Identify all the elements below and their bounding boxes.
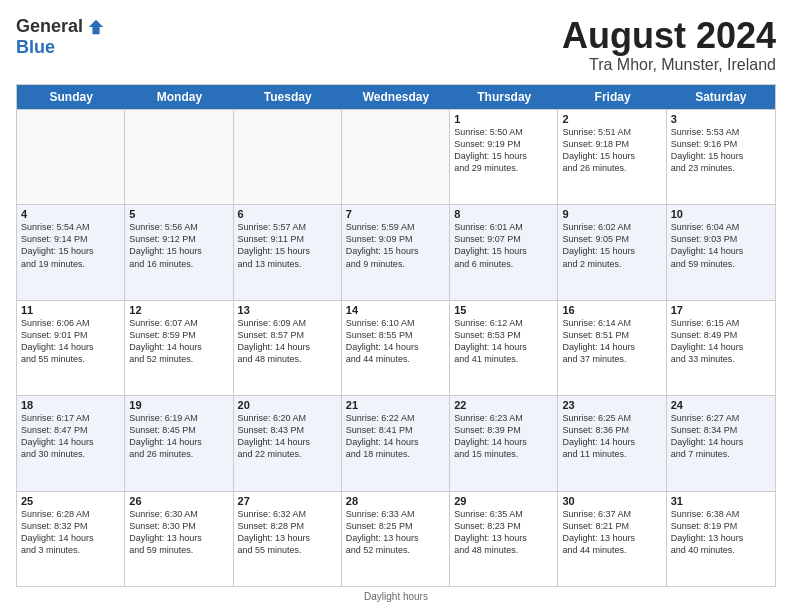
- day-number: 7: [346, 208, 445, 220]
- footer-note: Daylight hours: [16, 591, 776, 602]
- cal-cell: 15Sunrise: 6:12 AM Sunset: 8:53 PM Dayli…: [450, 301, 558, 395]
- day-info: Sunrise: 5:51 AM Sunset: 9:18 PM Dayligh…: [562, 126, 661, 175]
- cal-cell: 23Sunrise: 6:25 AM Sunset: 8:36 PM Dayli…: [558, 396, 666, 490]
- day-info: Sunrise: 6:10 AM Sunset: 8:55 PM Dayligh…: [346, 317, 445, 366]
- cal-cell: 16Sunrise: 6:14 AM Sunset: 8:51 PM Dayli…: [558, 301, 666, 395]
- day-info: Sunrise: 6:35 AM Sunset: 8:23 PM Dayligh…: [454, 508, 553, 557]
- cal-row-2: 11Sunrise: 6:06 AM Sunset: 9:01 PM Dayli…: [17, 300, 775, 395]
- calendar: SundayMondayTuesdayWednesdayThursdayFrid…: [16, 84, 776, 587]
- day-info: Sunrise: 6:09 AM Sunset: 8:57 PM Dayligh…: [238, 317, 337, 366]
- day-number: 21: [346, 399, 445, 411]
- day-number: 5: [129, 208, 228, 220]
- logo: General Blue: [16, 16, 105, 58]
- cal-cell: 14Sunrise: 6:10 AM Sunset: 8:55 PM Dayli…: [342, 301, 450, 395]
- cal-cell: [342, 110, 450, 204]
- cal-cell: 24Sunrise: 6:27 AM Sunset: 8:34 PM Dayli…: [667, 396, 775, 490]
- cal-cell: 12Sunrise: 6:07 AM Sunset: 8:59 PM Dayli…: [125, 301, 233, 395]
- day-info: Sunrise: 6:01 AM Sunset: 9:07 PM Dayligh…: [454, 221, 553, 270]
- day-info: Sunrise: 5:50 AM Sunset: 9:19 PM Dayligh…: [454, 126, 553, 175]
- day-info: Sunrise: 5:54 AM Sunset: 9:14 PM Dayligh…: [21, 221, 120, 270]
- svg-marker-0: [89, 19, 103, 33]
- cal-row-0: 1Sunrise: 5:50 AM Sunset: 9:19 PM Daylig…: [17, 109, 775, 204]
- day-number: 14: [346, 304, 445, 316]
- day-number: 25: [21, 495, 120, 507]
- day-info: Sunrise: 6:22 AM Sunset: 8:41 PM Dayligh…: [346, 412, 445, 461]
- calendar-header: SundayMondayTuesdayWednesdayThursdayFrid…: [17, 85, 775, 109]
- day-number: 8: [454, 208, 553, 220]
- day-info: Sunrise: 5:53 AM Sunset: 9:16 PM Dayligh…: [671, 126, 771, 175]
- day-info: Sunrise: 6:19 AM Sunset: 8:45 PM Dayligh…: [129, 412, 228, 461]
- cal-cell: 4Sunrise: 5:54 AM Sunset: 9:14 PM Daylig…: [17, 205, 125, 299]
- cal-cell: 26Sunrise: 6:30 AM Sunset: 8:30 PM Dayli…: [125, 492, 233, 586]
- day-info: Sunrise: 6:37 AM Sunset: 8:21 PM Dayligh…: [562, 508, 661, 557]
- cal-cell: 10Sunrise: 6:04 AM Sunset: 9:03 PM Dayli…: [667, 205, 775, 299]
- day-number: 23: [562, 399, 661, 411]
- day-info: Sunrise: 5:56 AM Sunset: 9:12 PM Dayligh…: [129, 221, 228, 270]
- day-info: Sunrise: 6:28 AM Sunset: 8:32 PM Dayligh…: [21, 508, 120, 557]
- cal-cell: 5Sunrise: 5:56 AM Sunset: 9:12 PM Daylig…: [125, 205, 233, 299]
- cal-cell: 9Sunrise: 6:02 AM Sunset: 9:05 PM Daylig…: [558, 205, 666, 299]
- header-day-friday: Friday: [558, 85, 666, 109]
- day-number: 1: [454, 113, 553, 125]
- day-info: Sunrise: 6:32 AM Sunset: 8:28 PM Dayligh…: [238, 508, 337, 557]
- cal-cell: 7Sunrise: 5:59 AM Sunset: 9:09 PM Daylig…: [342, 205, 450, 299]
- cal-cell: 18Sunrise: 6:17 AM Sunset: 8:47 PM Dayli…: [17, 396, 125, 490]
- day-info: Sunrise: 5:59 AM Sunset: 9:09 PM Dayligh…: [346, 221, 445, 270]
- day-info: Sunrise: 6:30 AM Sunset: 8:30 PM Dayligh…: [129, 508, 228, 557]
- cal-cell: [234, 110, 342, 204]
- month-title: August 2024: [562, 16, 776, 56]
- day-info: Sunrise: 6:06 AM Sunset: 9:01 PM Dayligh…: [21, 317, 120, 366]
- page: General Blue August 2024 Tra Mhor, Munst…: [0, 0, 792, 612]
- cal-cell: 2Sunrise: 5:51 AM Sunset: 9:18 PM Daylig…: [558, 110, 666, 204]
- day-number: 28: [346, 495, 445, 507]
- cal-cell: 13Sunrise: 6:09 AM Sunset: 8:57 PM Dayli…: [234, 301, 342, 395]
- day-number: 30: [562, 495, 661, 507]
- cal-cell: 3Sunrise: 5:53 AM Sunset: 9:16 PM Daylig…: [667, 110, 775, 204]
- day-info: Sunrise: 6:23 AM Sunset: 8:39 PM Dayligh…: [454, 412, 553, 461]
- cal-cell: 11Sunrise: 6:06 AM Sunset: 9:01 PM Dayli…: [17, 301, 125, 395]
- cal-cell: 31Sunrise: 6:38 AM Sunset: 8:19 PM Dayli…: [667, 492, 775, 586]
- cal-cell: 28Sunrise: 6:33 AM Sunset: 8:25 PM Dayli…: [342, 492, 450, 586]
- day-info: Sunrise: 6:33 AM Sunset: 8:25 PM Dayligh…: [346, 508, 445, 557]
- logo-blue-text: Blue: [16, 37, 55, 58]
- day-info: Sunrise: 5:57 AM Sunset: 9:11 PM Dayligh…: [238, 221, 337, 270]
- title-area: August 2024 Tra Mhor, Munster, Ireland: [562, 16, 776, 74]
- day-number: 15: [454, 304, 553, 316]
- header-day-monday: Monday: [125, 85, 233, 109]
- header-day-tuesday: Tuesday: [234, 85, 342, 109]
- header-day-sunday: Sunday: [17, 85, 125, 109]
- day-number: 6: [238, 208, 337, 220]
- day-info: Sunrise: 6:02 AM Sunset: 9:05 PM Dayligh…: [562, 221, 661, 270]
- day-info: Sunrise: 6:20 AM Sunset: 8:43 PM Dayligh…: [238, 412, 337, 461]
- day-number: 29: [454, 495, 553, 507]
- calendar-body: 1Sunrise: 5:50 AM Sunset: 9:19 PM Daylig…: [17, 109, 775, 586]
- day-info: Sunrise: 6:27 AM Sunset: 8:34 PM Dayligh…: [671, 412, 771, 461]
- day-number: 26: [129, 495, 228, 507]
- cal-cell: [125, 110, 233, 204]
- cal-row-1: 4Sunrise: 5:54 AM Sunset: 9:14 PM Daylig…: [17, 204, 775, 299]
- day-info: Sunrise: 6:25 AM Sunset: 8:36 PM Dayligh…: [562, 412, 661, 461]
- cal-cell: 20Sunrise: 6:20 AM Sunset: 8:43 PM Dayli…: [234, 396, 342, 490]
- cal-cell: [17, 110, 125, 204]
- day-number: 9: [562, 208, 661, 220]
- cal-cell: 22Sunrise: 6:23 AM Sunset: 8:39 PM Dayli…: [450, 396, 558, 490]
- day-number: 18: [21, 399, 120, 411]
- cal-cell: 30Sunrise: 6:37 AM Sunset: 8:21 PM Dayli…: [558, 492, 666, 586]
- day-number: 4: [21, 208, 120, 220]
- day-info: Sunrise: 6:14 AM Sunset: 8:51 PM Dayligh…: [562, 317, 661, 366]
- day-number: 20: [238, 399, 337, 411]
- day-number: 11: [21, 304, 120, 316]
- logo-general-text: General: [16, 16, 83, 37]
- cal-cell: 21Sunrise: 6:22 AM Sunset: 8:41 PM Dayli…: [342, 396, 450, 490]
- cal-cell: 17Sunrise: 6:15 AM Sunset: 8:49 PM Dayli…: [667, 301, 775, 395]
- cal-cell: 25Sunrise: 6:28 AM Sunset: 8:32 PM Dayli…: [17, 492, 125, 586]
- day-number: 10: [671, 208, 771, 220]
- cal-cell: 8Sunrise: 6:01 AM Sunset: 9:07 PM Daylig…: [450, 205, 558, 299]
- cal-cell: 19Sunrise: 6:19 AM Sunset: 8:45 PM Dayli…: [125, 396, 233, 490]
- day-number: 19: [129, 399, 228, 411]
- day-info: Sunrise: 6:04 AM Sunset: 9:03 PM Dayligh…: [671, 221, 771, 270]
- day-number: 13: [238, 304, 337, 316]
- location: Tra Mhor, Munster, Ireland: [562, 56, 776, 74]
- cal-cell: 1Sunrise: 5:50 AM Sunset: 9:19 PM Daylig…: [450, 110, 558, 204]
- day-number: 22: [454, 399, 553, 411]
